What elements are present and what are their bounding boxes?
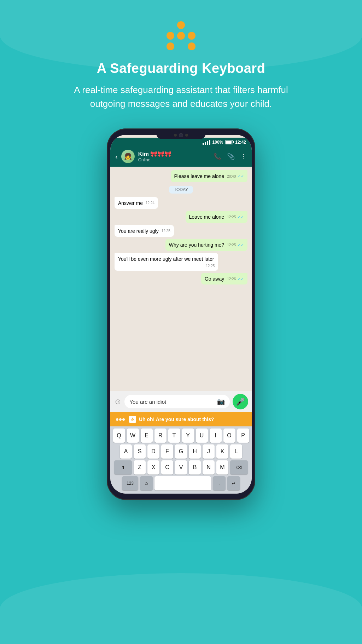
key-l[interactable]: L: [230, 444, 242, 459]
message-time-3: 12:25 ✓✓: [227, 214, 244, 220]
signal-bar-4: [209, 140, 210, 145]
key-i[interactable]: I: [210, 429, 222, 443]
key-a[interactable]: A: [120, 444, 132, 459]
key-e[interactable]: E: [141, 429, 153, 443]
contact-status: Online: [138, 157, 210, 162]
battery-percent: 100%: [212, 140, 223, 145]
warning-bar: ⚠ Uh oh! Are you sure about this?: [110, 412, 252, 426]
message-7: Go away 12:26 ✓✓: [201, 273, 247, 285]
logo-dot-7: [167, 42, 174, 50]
warning-triangle-icon: ⚠: [129, 416, 136, 423]
signal-bar-2: [205, 142, 206, 145]
warning-dot-1: [116, 418, 118, 421]
message-time-4: 12:25: [162, 229, 170, 234]
key-g[interactable]: G: [175, 444, 187, 459]
key-s[interactable]: S: [134, 444, 146, 459]
key-z[interactable]: Z: [134, 460, 146, 475]
keyboard: Q W E R T Y U I O P A S: [110, 426, 252, 494]
key-y[interactable]: Y: [182, 429, 194, 443]
key-f[interactable]: F: [161, 444, 173, 459]
more-icon[interactable]: ⋮: [240, 153, 247, 160]
key-v[interactable]: V: [175, 460, 187, 475]
message-text-5: Why are you hurting me?: [169, 242, 224, 248]
key-d[interactable]: D: [147, 444, 159, 459]
key-return[interactable]: ↵: [227, 476, 240, 490]
key-w[interactable]: W: [127, 429, 139, 443]
key-h[interactable]: H: [189, 444, 201, 459]
mic-icon: 🎤: [236, 397, 245, 406]
message-3: Leave me alone 12:25 ✓✓: [186, 211, 247, 223]
phone-outer: 100% 12:42 ‹ 👧 Kim 🎀🎀🎀 Online: [107, 128, 255, 500]
contact-name: Kim 🎀🎀🎀: [138, 151, 210, 157]
message-text-4: You are really ugly: [118, 228, 159, 234]
message-time-2: 12:24: [146, 201, 154, 206]
contact-info: Kim 🎀🎀🎀 Online: [138, 151, 210, 162]
main-subtitle: A real-time safeguarding assistant that …: [57, 83, 305, 111]
keyboard-row-3: ⬆ Z X C V B N M ⌫: [112, 460, 250, 475]
call-icon[interactable]: 📞: [214, 153, 221, 160]
key-b[interactable]: B: [189, 460, 201, 475]
camera-button[interactable]: 📷: [217, 398, 225, 406]
key-m[interactable]: M: [216, 460, 228, 475]
warning-dot-3: [122, 418, 125, 421]
send-button[interactable]: 🎤: [233, 394, 248, 409]
page-container: A Safeguarding Keyboard A real-time safe…: [0, 0, 362, 644]
key-period[interactable]: .: [213, 476, 226, 490]
input-text[interactable]: You are an idiot: [129, 399, 214, 405]
warning-text: Uh oh! Are you sure about this?: [139, 416, 214, 422]
phone-screen: 100% 12:42 ‹ 👧 Kim 🎀🎀🎀 Online: [110, 135, 252, 494]
logo-dot-5: [177, 32, 185, 40]
chat-input-area: ☺ You are an idiot 📷 🎤: [110, 391, 252, 412]
message-text-7: Go away: [205, 276, 224, 282]
message-text-6: You'll be even more ugly after we meet l…: [118, 256, 214, 262]
keyboard-row-1: Q W E R T Y U I O P: [112, 429, 250, 443]
key-space[interactable]: [154, 476, 211, 490]
message-2: Answer me 12:24: [115, 197, 158, 209]
battery-fill: [226, 141, 232, 144]
key-t[interactable]: T: [168, 429, 180, 443]
logo-dot-2: [177, 21, 185, 29]
battery-icon: [225, 140, 233, 144]
message-text-2: Answer me: [118, 200, 143, 206]
keyboard-row-2: A S D F G H J K L: [112, 444, 250, 459]
emoji-button[interactable]: ☺: [114, 397, 122, 406]
key-k[interactable]: K: [216, 444, 228, 459]
key-x[interactable]: X: [147, 460, 159, 475]
key-n[interactable]: N: [203, 460, 215, 475]
key-shift[interactable]: ⬆: [114, 460, 132, 475]
status-time: 12:42: [235, 140, 246, 145]
attach-icon[interactable]: 📎: [227, 153, 235, 160]
key-backspace[interactable]: ⌫: [230, 460, 248, 475]
key-123[interactable]: 123: [122, 476, 138, 490]
phone-notch: [156, 131, 206, 139]
message-time-1: 20:40 ✓✓: [227, 174, 244, 179]
signal-bar-1: [203, 143, 204, 145]
key-emoji[interactable]: ☺: [140, 476, 153, 490]
chat-area: Please leave me alone 20:40 ✓✓ TODAY Ans…: [110, 167, 252, 391]
header-icons: 📞 📎 ⋮: [214, 153, 247, 160]
back-button[interactable]: ‹: [115, 153, 118, 161]
logo-dot-3: [188, 21, 195, 29]
notch-speaker: [174, 134, 177, 137]
key-p[interactable]: P: [237, 429, 249, 443]
key-u[interactable]: U: [196, 429, 208, 443]
keyboard-row-4: 123 ☺ . ↵: [112, 476, 250, 490]
warning-dot-2: [119, 418, 122, 421]
key-j[interactable]: J: [203, 444, 215, 459]
message-input-field[interactable]: You are an idiot 📷: [124, 395, 230, 408]
message-time-7: 12:26 ✓✓: [227, 276, 244, 282]
message-text-1: Please leave me alone: [174, 173, 224, 179]
key-r[interactable]: R: [154, 429, 167, 443]
contact-avatar: 👧: [121, 150, 135, 163]
message-time-5: 12:25 ✓✓: [227, 242, 244, 248]
today-badge: TODAY: [169, 186, 193, 194]
logo-dot-9: [188, 42, 195, 50]
notch-sensor: [185, 134, 188, 137]
logo-dot-6: [188, 32, 195, 40]
key-o[interactable]: O: [223, 429, 235, 443]
key-c[interactable]: C: [161, 460, 173, 475]
key-q[interactable]: Q: [113, 429, 125, 443]
phone-mockup: 100% 12:42 ‹ 👧 Kim 🎀🎀🎀 Online: [107, 128, 255, 500]
signal-bar-3: [207, 141, 208, 145]
logo: [167, 21, 195, 50]
